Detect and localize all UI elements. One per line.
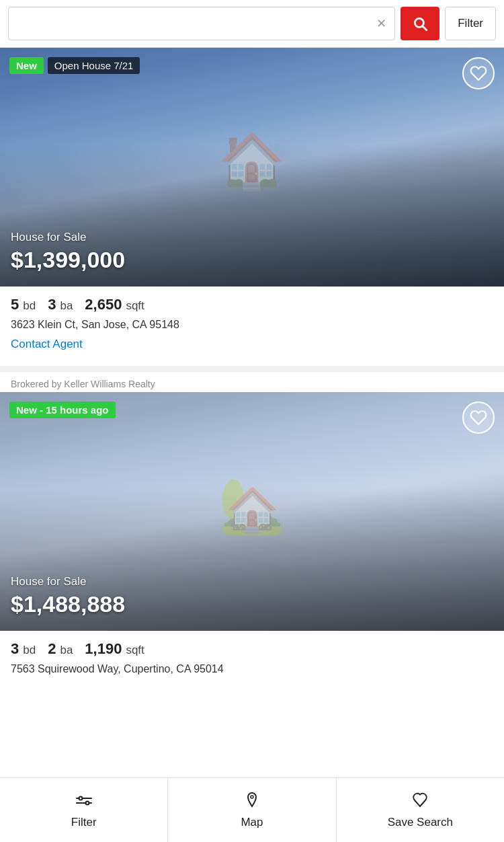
badge-new-1: New — [9, 57, 44, 74]
listing-type-2: House for Sale — [11, 575, 125, 588]
map-pin-icon — [243, 792, 261, 813]
listing-specs-2: 3 bd 2 ba 1,190 sqft — [11, 640, 493, 658]
sqft-label-1: sqft — [126, 299, 144, 313]
favorite-button-2[interactable] — [462, 401, 495, 434]
listing-image-2[interactable]: New - 15 hours ago House for Sale $1,488… — [0, 392, 504, 631]
listing-type-1: House for Sale — [11, 231, 125, 244]
beds-count-2: 3 — [11, 640, 19, 658]
separator — [0, 366, 504, 371]
search-input[interactable]: San Jose, CA — [17, 17, 374, 31]
listing-image-1[interactable]: New Open House 7/21 House for Sale $1,39… — [0, 48, 504, 286]
listing-card-1: New Open House 7/21 House for Sale $1,39… — [0, 48, 504, 360]
listing-overlay-2: House for Sale $1,488,888 — [0, 564, 136, 631]
search-icon — [411, 15, 429, 32]
bottom-nav: Filter Map Save Search — [0, 777, 504, 842]
listing-price-2: $1,488,888 — [11, 591, 125, 617]
listing-specs-1: 5 bd 3 ba 2,650 sqft — [11, 296, 493, 313]
filter-icon — [75, 792, 93, 813]
beds-label-2: bd — [23, 644, 36, 657]
sqft-label-2: sqft — [126, 644, 144, 657]
favorite-button-1[interactable] — [462, 57, 495, 89]
header: San Jose, CA ✕ Filter — [0, 0, 504, 48]
nav-save-search[interactable]: Save Search — [337, 778, 504, 842]
badge-row-1: New Open House 7/21 — [9, 57, 140, 74]
baths-label-2: ba — [60, 644, 73, 657]
contact-agent-button-1[interactable]: Contact Agent — [11, 338, 83, 351]
listing-details-1: 5 bd 3 ba 2,650 sqft 3623 Klein Ct, San … — [0, 286, 504, 360]
save-search-icon — [411, 792, 429, 813]
filter-header-button[interactable]: Filter — [445, 7, 496, 40]
nav-filter[interactable]: Filter — [0, 778, 168, 842]
badge-open-house-1: Open House 7/21 — [48, 57, 140, 74]
sqft-count-1: 2,650 — [85, 296, 122, 313]
listing-overlay-1: House for Sale $1,399,000 — [0, 220, 136, 286]
beds-label-1: bd — [23, 299, 36, 313]
nav-map[interactable]: Map — [168, 778, 336, 842]
listing-address-1: 3623 Klein Ct, San Jose, CA 95148 — [11, 319, 493, 331]
listing-price-1: $1,399,000 — [11, 247, 125, 273]
listing-card-2: Brokered by Keller Williams Realty New -… — [0, 371, 504, 686]
baths-label-1: ba — [60, 299, 73, 313]
nav-map-label: Map — [241, 816, 263, 829]
listing-address-2: 7563 Squirewood Way, Cupertino, CA 95014 — [11, 663, 493, 675]
svg-point-6 — [251, 796, 253, 798]
listing-details-2: 3 bd 2 ba 1,190 sqft 7563 Squirewood Way… — [0, 631, 504, 686]
beds-count-1: 5 — [11, 296, 19, 313]
clear-icon[interactable]: ✕ — [376, 16, 386, 31]
badge-new-2: New - 15 hours ago — [9, 401, 116, 418]
heart-icon-2 — [470, 409, 487, 426]
baths-count-2: 2 — [48, 640, 56, 658]
brokered-by-2: Brokered by Keller Williams Realty — [0, 371, 504, 392]
search-button[interactable] — [401, 7, 439, 40]
sqft-count-2: 1,190 — [85, 640, 122, 658]
heart-icon-1 — [470, 65, 487, 82]
search-bar[interactable]: San Jose, CA ✕ — [8, 7, 395, 40]
nav-save-search-label: Save Search — [388, 816, 453, 829]
baths-count-1: 3 — [48, 296, 56, 313]
nav-filter-label: Filter — [71, 816, 97, 829]
badge-row-2: New - 15 hours ago — [9, 401, 116, 418]
